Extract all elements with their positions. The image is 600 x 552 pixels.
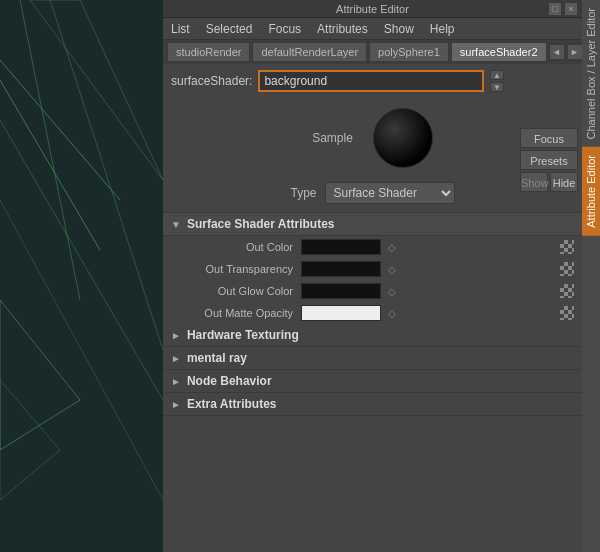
extra-attributes-arrow: ► [171,399,181,410]
menu-bar: List Selected Focus Attributes Show Help [163,18,582,40]
viewport-lines [0,0,163,552]
title-bar: Attribute Editor □ × [163,0,582,18]
svg-line-3 [50,0,163,350]
title-label: Attribute Editor [336,3,409,15]
attr-map-outtransparency[interactable]: ◇ [385,262,399,276]
attr-row-outmatteopacity: Out Matte Opacity ◇ [163,302,582,324]
menu-show[interactable]: Show [380,20,418,38]
svg-line-1 [0,80,100,250]
hardware-texturing-section[interactable]: ► Hardware Texturing [163,324,582,347]
svg-line-5 [0,200,163,500]
surface-shader-section-header[interactable]: ▼ Surface Shader Attributes [163,212,582,236]
attr-color-outcolor[interactable] [301,239,381,255]
attr-map-outmatteopacity[interactable]: ◇ [385,306,399,320]
tab-surfaceshader2[interactable]: surfaceShader2 [451,42,547,62]
tab-prev-button[interactable]: ◄ [549,44,565,60]
mental-ray-title: mental ray [187,351,247,365]
attr-row-outcolor: Out Color ◇ [163,236,582,258]
name-up-button[interactable]: ▲ [490,70,504,80]
hardware-texturing-arrow: ► [171,330,181,341]
minimize-button[interactable]: □ [548,2,562,16]
hardware-texturing-title: Hardware Texturing [187,328,299,342]
node-behavior-title: Node Behavior [187,374,272,388]
show-button[interactable]: Show [520,172,548,192]
right-tabs: Channel Box / Layer Editor Attribute Edi… [582,0,600,552]
attr-color-outglowcolor[interactable] [301,283,381,299]
name-input[interactable] [258,70,484,92]
name-arrows: ▲ ▼ [490,70,504,92]
menu-help[interactable]: Help [426,20,459,38]
action-buttons: Focus Presets Show Hide [520,128,578,194]
attr-row-outglowcolor: Out Glow Color ◇ [163,280,582,302]
focus-button[interactable]: Focus [520,128,578,148]
menu-list[interactable]: List [167,20,194,38]
attr-label-outglowcolor: Out Glow Color [171,285,301,297]
attr-checker-outglowcolor[interactable] [560,284,574,298]
attr-checker-outtransparency[interactable] [560,262,574,276]
mental-ray-section[interactable]: ► mental ray [163,347,582,370]
attr-color-outmatteopacity[interactable] [301,305,381,321]
attr-label-outcolor: Out Color [171,241,301,253]
attr-checker-outmatteopacity[interactable] [560,306,574,320]
name-row: surfaceShader: ▲ ▼ [163,64,512,98]
menu-attributes[interactable]: Attributes [313,20,372,38]
close-button[interactable]: × [564,2,578,16]
title-controls: □ × [548,2,578,16]
sample-label: Sample [312,131,353,145]
attribute-editor-panel: Attribute Editor □ × List Selected Focus… [163,0,582,552]
attr-map-outglowcolor[interactable]: ◇ [385,284,399,298]
attr-color-outtransparency[interactable] [301,261,381,277]
tab-navigation: ◄ ► [549,44,583,60]
tab-polysphere1[interactable]: polySphere1 [369,42,449,62]
attribute-editor-tab[interactable]: Attribute Editor [582,147,600,236]
type-select[interactable]: Surface Shader [325,182,455,204]
attr-label-outmatteopacity: Out Matte Opacity [171,307,301,319]
attr-map-outcolor[interactable]: ◇ [385,240,399,254]
channel-box-tab[interactable]: Channel Box / Layer Editor [582,0,600,147]
name-down-button[interactable]: ▼ [490,82,504,92]
svg-line-4 [0,120,163,400]
type-label: Type [290,186,316,200]
name-label: surfaceShader: [171,74,252,88]
sample-sphere [373,108,433,168]
presets-button[interactable]: Presets [520,150,578,170]
node-behavior-section[interactable]: ► Node Behavior [163,370,582,393]
attributes-section: ▼ Surface Shader Attributes Out Color ◇ … [163,212,582,552]
svg-line-0 [0,60,120,200]
extra-attributes-title: Extra Attributes [187,397,277,411]
menu-selected[interactable]: Selected [202,20,257,38]
svg-line-2 [20,0,80,300]
hide-button[interactable]: Hide [550,172,578,192]
surface-shader-section-title: Surface Shader Attributes [187,217,335,231]
attr-checker-outcolor[interactable] [560,240,574,254]
mental-ray-arrow: ► [171,353,181,364]
tab-bar: studioRender defaultRenderLayer polySphe… [163,40,582,64]
tab-studiorender[interactable]: studioRender [167,42,250,62]
tab-next-button[interactable]: ► [567,44,583,60]
tab-defaultrenderlayer[interactable]: defaultRenderLayer [252,42,367,62]
node-behavior-arrow: ► [171,376,181,387]
attr-label-outtransparency: Out Transparency [171,263,301,275]
viewport-panel [0,0,163,552]
section-expand-icon: ▼ [171,219,181,230]
attr-row-outtransparency: Out Transparency ◇ [163,258,582,280]
extra-attributes-section[interactable]: ► Extra Attributes [163,393,582,416]
menu-focus[interactable]: Focus [264,20,305,38]
